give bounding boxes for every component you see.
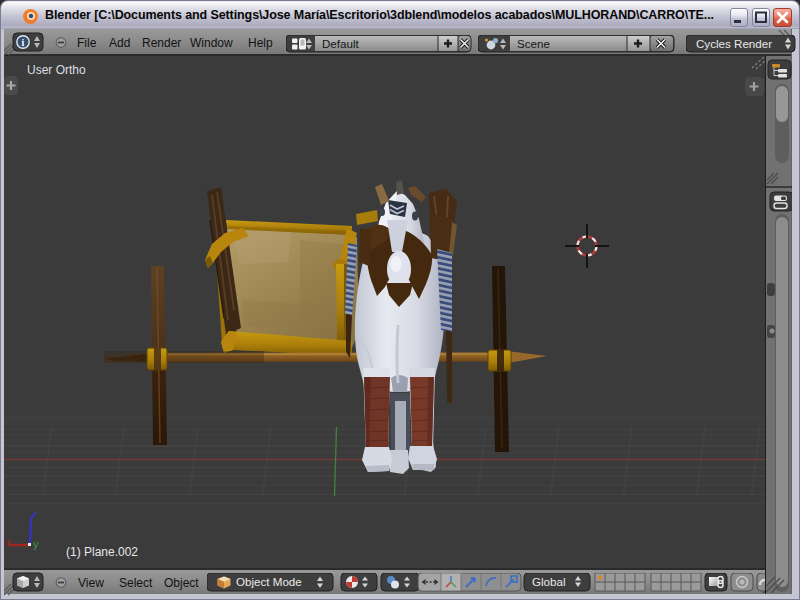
svg-text:Object Mode: Object Mode [236, 575, 302, 588]
svg-text:Cycles Render: Cycles Render [696, 37, 772, 50]
svg-text:Default: Default [322, 37, 360, 50]
svg-text:Scene: Scene [517, 37, 550, 50]
svg-text:x: x [6, 536, 12, 548]
svg-text:i: i [22, 37, 25, 48]
svg-text:Global: Global [532, 575, 566, 588]
svg-text:y: y [33, 538, 39, 550]
